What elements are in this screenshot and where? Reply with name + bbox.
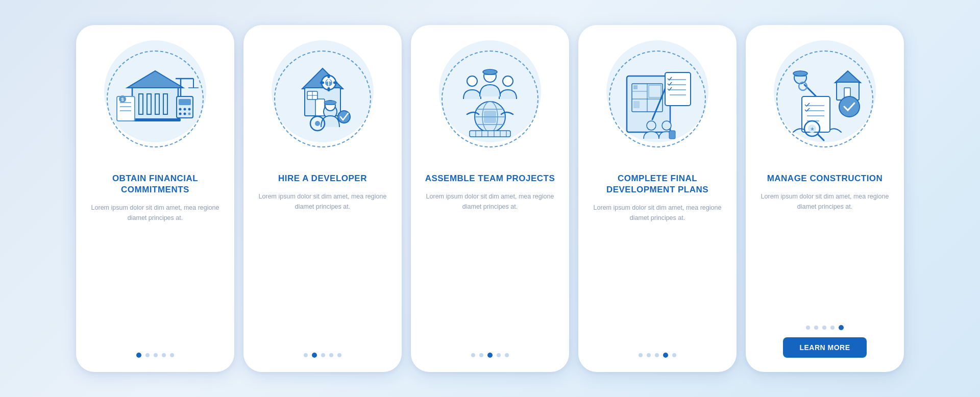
svg-point-20 <box>184 113 186 115</box>
svg-marker-81 <box>835 71 861 83</box>
card-assemble-team: ASSEMBLE TEAM PROJECTS Lorem ipsum dolor… <box>411 25 569 372</box>
dot <box>505 353 509 357</box>
svg-point-45 <box>467 76 477 86</box>
svg-rect-15 <box>179 99 191 105</box>
svg-point-21 <box>188 113 191 115</box>
svg-point-46 <box>503 76 513 86</box>
svg-point-43 <box>315 121 320 126</box>
dot <box>639 353 643 357</box>
dot <box>329 353 333 357</box>
card-illustration-1: $ <box>76 25 234 173</box>
svg-rect-35 <box>328 87 330 91</box>
card-description-2: Lorem ipsum dolor sit dim amet, mea regi… <box>256 191 389 212</box>
card-title-2: HIRE A DEVELOPER <box>278 173 367 184</box>
dot-active <box>663 353 668 358</box>
illustration-svg-3 <box>439 48 541 150</box>
dots-row-5 <box>806 325 844 330</box>
dot <box>321 353 325 357</box>
dot <box>822 326 826 330</box>
card-content-1: OBTAIN FINANCIAL COMMITMENTS Lorem ipsum… <box>76 173 234 358</box>
card-content-4: COMPLETE FINAL DEVELOPMENT PLANS Lorem i… <box>578 173 737 358</box>
dot <box>814 326 818 330</box>
card-content-5: MANAGE CONSTRUCTION Lorem ipsum dolor si… <box>746 173 904 358</box>
card-content-3: ASSEMBLE TEAM PROJECTS Lorem ipsum dolor… <box>411 173 569 358</box>
illustration-svg-1: $ <box>104 48 206 150</box>
card-description-1: Lorem ipsum dolor sit dim amet, mea regi… <box>88 203 222 223</box>
card-description-4: Lorem ipsum dolor sit dim amet, mea regi… <box>591 203 724 223</box>
dot <box>497 353 501 357</box>
card-title-4: COMPLETE FINAL DEVELOPMENT PLANS <box>591 173 724 195</box>
card-title-1: OBTAIN FINANCIAL COMMITMENTS <box>88 173 222 195</box>
dot <box>170 353 174 357</box>
cards-container: $ OBTAIN FINANCIAL COMMITMENTS Lorem ips… <box>56 10 924 387</box>
dot-active <box>839 325 844 330</box>
svg-rect-55 <box>484 111 496 123</box>
card-obtain-financial: $ OBTAIN FINANCIAL COMMITMENTS Lorem ips… <box>76 25 234 372</box>
dots-row-2 <box>304 353 341 358</box>
svg-rect-37 <box>333 82 337 84</box>
dot-active <box>312 353 317 358</box>
svg-rect-80 <box>669 131 675 139</box>
svg-point-18 <box>188 108 191 111</box>
dot <box>655 353 659 357</box>
svg-rect-28 <box>315 99 325 116</box>
svg-rect-73 <box>665 72 691 106</box>
svg-point-16 <box>179 108 182 111</box>
dot <box>162 353 166 357</box>
svg-rect-69 <box>633 101 640 108</box>
card-content-2: HIRE A DEVELOPER Lorem ipsum dolor sit d… <box>243 173 402 358</box>
dot <box>337 353 341 357</box>
card-description-3: Lorem ipsum dolor sit dim amet, mea regi… <box>423 191 557 212</box>
svg-line-97 <box>818 134 824 140</box>
illustration-svg-4 <box>606 48 708 150</box>
dot <box>154 353 158 357</box>
dot <box>647 353 651 357</box>
svg-point-41 <box>324 101 336 105</box>
dot <box>479 353 483 357</box>
learn-more-button[interactable]: LEARN MORE <box>783 337 866 358</box>
dots-row-4 <box>639 353 676 358</box>
svg-rect-68 <box>633 85 638 89</box>
svg-point-79 <box>662 121 671 130</box>
svg-rect-36 <box>320 82 324 84</box>
dot <box>304 353 308 357</box>
dot <box>471 353 475 357</box>
dot-active <box>487 353 493 358</box>
card-illustration-2 <box>243 25 402 173</box>
svg-point-17 <box>184 108 186 111</box>
card-manage-construction: ★ MANAGE CONSTRUCTION Lorem ipsum dolor … <box>746 25 904 372</box>
svg-point-49 <box>483 69 497 75</box>
illustration-svg-5: ★ <box>774 48 876 150</box>
dot-active <box>136 353 141 358</box>
svg-rect-34 <box>328 74 330 78</box>
svg-rect-7 <box>130 118 181 121</box>
dots-row-1 <box>136 353 174 358</box>
svg-point-86 <box>793 71 807 76</box>
card-illustration-3 <box>411 25 569 173</box>
card-illustration-4 <box>578 25 737 173</box>
svg-text:★: ★ <box>810 126 815 132</box>
card-title-5: MANAGE CONSTRUCTION <box>767 173 883 184</box>
card-description-5: Lorem ipsum dolor sit dim amet, mea regi… <box>758 191 892 212</box>
dot <box>806 326 810 330</box>
card-hire-developer: HIRE A DEVELOPER Lorem ipsum dolor sit d… <box>243 25 402 372</box>
svg-point-44 <box>338 111 350 123</box>
dot <box>830 326 835 330</box>
illustration-svg-2 <box>272 48 374 150</box>
svg-marker-6 <box>127 71 183 88</box>
svg-text:$: $ <box>121 97 124 102</box>
svg-rect-89 <box>802 96 830 132</box>
dots-row-3 <box>471 353 509 358</box>
svg-point-78 <box>647 121 656 130</box>
dot <box>672 353 676 357</box>
svg-point-94 <box>839 96 860 117</box>
card-complete-plans: COMPLETE FINAL DEVELOPMENT PLANS Lorem i… <box>578 25 737 372</box>
dot <box>145 353 150 357</box>
card-title-3: ASSEMBLE TEAM PROJECTS <box>425 173 555 184</box>
svg-point-19 <box>179 113 182 115</box>
card-illustration-5: ★ <box>746 25 904 173</box>
